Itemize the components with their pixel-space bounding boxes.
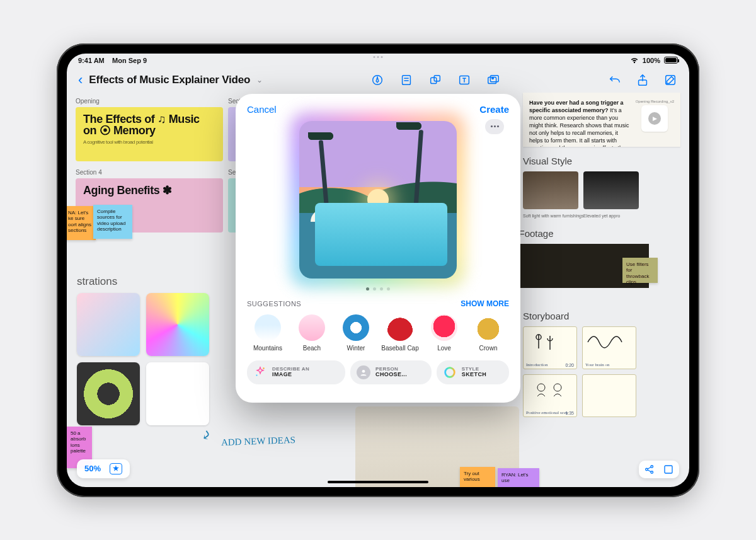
storyboard-heading: Storyboard (523, 311, 680, 321)
describe-image-chip[interactable]: DESCRIBE AN IMAGE (247, 360, 345, 384)
hand-arrow: ⤶ (197, 426, 215, 446)
storyboard-cell[interactable] (582, 374, 636, 417)
collab-share-icon[interactable] (644, 464, 655, 475)
section-label: Opening (76, 98, 223, 105)
svg-rect-3 (434, 75, 440, 81)
card-title: Aging Benefits ✽ (83, 185, 215, 197)
sticky-note[interactable]: Try out various (460, 467, 495, 487)
zoom-control[interactable]: 50% ★ (77, 459, 130, 478)
style-ring-icon (443, 365, 457, 379)
illustration[interactable] (77, 293, 140, 356)
media-tool-icon[interactable] (486, 73, 501, 87)
home-indicator[interactable] (328, 481, 428, 483)
thumb[interactable]: Elevated yet appro (583, 171, 639, 209)
shapes-tool-icon[interactable] (428, 73, 443, 87)
title-chevron-icon[interactable]: ⌄ (256, 76, 263, 84)
page-indicator[interactable] (247, 287, 509, 290)
share-icon[interactable] (635, 73, 650, 87)
card-subtitle: A cognitive tool with broad potential (83, 139, 215, 146)
suggestion-label: Crown (479, 345, 498, 352)
illustration[interactable] (146, 293, 209, 356)
archival-image[interactable] (538, 244, 593, 288)
sb-label: Positive emotional scen (526, 410, 568, 415)
style-chip[interactable]: STYLE SKETCH (437, 360, 509, 384)
sb-label: Introduction (526, 362, 548, 367)
suggestion-label: Mountains (253, 345, 282, 352)
note-thumb-label: Opening Recording_v2 (636, 99, 674, 104)
suggestion-winter[interactable]: Winter (336, 314, 375, 352)
document-title[interactable]: Effects of Music Explainer Video (89, 74, 250, 86)
status-right: 100% (630, 57, 678, 64)
svg-point-17 (256, 374, 257, 376)
undo-icon[interactable] (607, 73, 622, 87)
sparkle-icon (253, 365, 267, 379)
storyboard-cell[interactable]: Positive emotional scen 1:35 (523, 374, 577, 417)
suggestion-mountains[interactable]: Mountains (248, 314, 287, 352)
card-opening[interactable]: The Effects of ♫ Music on ⦿ Memory A cog… (76, 107, 223, 161)
person-icon (357, 365, 370, 379)
compose-icon[interactable] (663, 73, 678, 87)
create-button[interactable]: Create (479, 104, 509, 115)
wifi-icon (630, 57, 639, 64)
storyboard-cell[interactable]: Your brain on (582, 326, 636, 369)
sb-time: 1:35 (565, 411, 574, 415)
zoom-favorite-icon[interactable]: ★ (110, 463, 122, 474)
sticky-note[interactable]: Compile sources for video upload descrip… (93, 205, 132, 239)
sticky-note[interactable]: Use filters for throwback clips (622, 258, 658, 283)
svg-point-18 (362, 369, 365, 372)
image-playground-modal: Cancel Create (236, 94, 520, 403)
suggestion-beach[interactable]: Beach (292, 314, 331, 352)
svg-rect-15 (665, 466, 672, 473)
suggestion-crown[interactable]: Crown (469, 314, 508, 352)
sticky-note[interactable]: RYAN: Let's use (498, 468, 539, 487)
suggestions-label: SUGGESTIONS (247, 300, 301, 307)
svg-point-16 (263, 367, 265, 369)
suggestion-label: Love (437, 345, 451, 352)
thumb[interactable]: Soft light with warm furnishings (523, 171, 578, 209)
illustrations-grid (77, 293, 209, 425)
suggestion-label: Winter (347, 345, 365, 352)
generated-image[interactable] (299, 121, 457, 279)
suggestion-baseball-cap[interactable]: Baseball Cap (381, 314, 420, 352)
battery-icon (664, 57, 678, 64)
chip-bottom: IMAGE (272, 372, 309, 377)
handwritten-note: ADD NEW IDEAS (221, 434, 296, 447)
show-more-button[interactable]: SHOW MORE (461, 299, 509, 308)
visual-style-thumbs: Soft light with warm furnishings Elevate… (523, 171, 680, 209)
suggestion-love[interactable]: Love (425, 314, 464, 352)
storyboard-cell[interactable]: Introduction 0:20 (523, 326, 577, 369)
grid-view-icon[interactable] (663, 464, 674, 475)
cancel-button[interactable]: Cancel (247, 104, 277, 115)
storyboard-grid: Introduction 0:20 Your brain on Positive… (523, 326, 680, 417)
suggestion-label: Baseball Cap (381, 345, 418, 352)
svg-rect-1 (402, 75, 410, 84)
suggestion-label: Beach (303, 345, 321, 352)
recording-thumb[interactable]: ▶ (641, 105, 668, 132)
more-options-button[interactable] (485, 119, 504, 134)
sb-label: Your brain on (585, 362, 610, 367)
note-tool-icon (399, 73, 414, 87)
zoom-value: 50% (84, 464, 101, 473)
chip-bottom: CHOOSE... (375, 372, 407, 377)
note-card[interactable]: Have you ever had a song trigger a speci… (523, 93, 680, 147)
svg-point-11 (554, 384, 561, 391)
play-icon[interactable]: ▶ (648, 112, 661, 125)
suggestions-list: Mountains Beach Winter Baseball Cap (247, 314, 509, 352)
thumb-caption: Elevated yet appro (583, 214, 620, 218)
back-button[interactable]: ‹ (78, 72, 83, 88)
battery-percent: 100% (643, 57, 660, 64)
status-time: 9:41 AM (78, 57, 105, 64)
illustration[interactable] (77, 362, 140, 425)
collab-toolbar (639, 461, 679, 478)
sticky-note[interactable]: NA: Let's ke sure oort aligns sections (67, 206, 96, 240)
section-label: Section 4 (76, 169, 223, 176)
generated-image-wrap (299, 121, 457, 279)
person-chip[interactable]: PERSON CHOOSE... (350, 360, 432, 384)
svg-point-7 (491, 77, 493, 79)
text-tool-icon[interactable] (457, 73, 472, 87)
archival-image[interactable]: Use filters for throwback clips (593, 244, 649, 288)
illustration[interactable] (146, 362, 209, 425)
multitask-dots[interactable] (374, 56, 383, 58)
pen-tool-icon[interactable] (370, 73, 385, 87)
card-title: The Effects of ♫ Music on ⦿ Memory (83, 113, 215, 137)
